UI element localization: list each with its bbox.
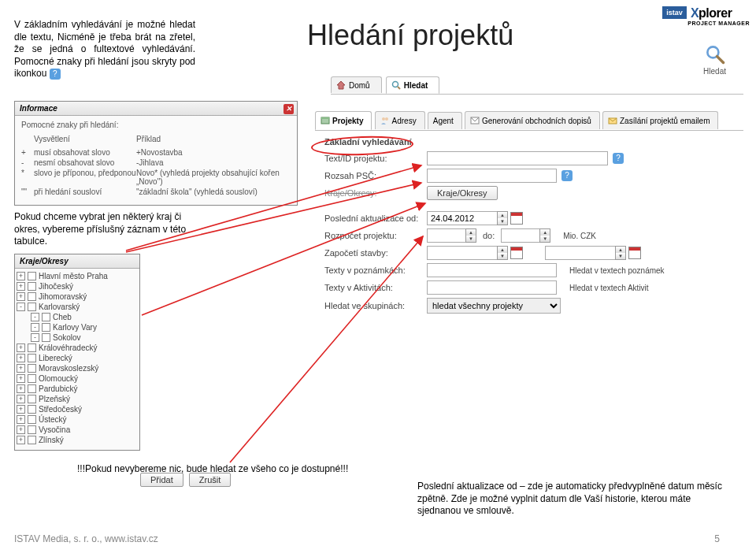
tree-checkbox[interactable] bbox=[42, 313, 50, 321]
tab-projekty[interactable]: Projekty bbox=[315, 111, 372, 130]
tree-expand-icon[interactable]: + bbox=[17, 395, 25, 403]
help-icon[interactable]: ? bbox=[561, 170, 573, 181]
tree-checkbox[interactable] bbox=[28, 374, 36, 383]
email-icon bbox=[608, 116, 617, 125]
inner-tabs: Projekty Adresy Agent Generování obchodn… bbox=[315, 110, 743, 131]
tree-expand-icon[interactable]: - bbox=[31, 323, 39, 332]
tree-item[interactable]: -Sokolov bbox=[17, 332, 138, 343]
help-icon[interactable]: ? bbox=[613, 153, 624, 164]
tree-checkbox[interactable] bbox=[28, 303, 36, 311]
tree-expand-icon[interactable]: - bbox=[31, 333, 39, 342]
input-text-id[interactable] bbox=[427, 151, 608, 165]
tree-expand-icon[interactable]: + bbox=[17, 292, 25, 301]
tree-item[interactable]: +Jihomoravský bbox=[17, 291, 138, 302]
tree-item[interactable]: +Pardubický bbox=[17, 384, 138, 394]
info-sym: + bbox=[21, 148, 34, 157]
calendar-icon[interactable] bbox=[510, 247, 523, 259]
tab-adresy[interactable]: Adresy bbox=[375, 111, 425, 129]
tab-domu[interactable]: Domů bbox=[331, 76, 382, 93]
tree-expand-icon[interactable]: + bbox=[17, 364, 25, 373]
info-col1: Vysvětlení bbox=[34, 135, 136, 143]
date-spinner[interactable]: ▲▼ bbox=[497, 211, 508, 225]
info-sym: "" bbox=[21, 188, 34, 196]
tree-checkbox[interactable] bbox=[28, 292, 36, 301]
tree-checkbox[interactable] bbox=[28, 436, 36, 444]
tab-zasilani[interactable]: Zasílání projektů emailem bbox=[602, 111, 719, 129]
info-col2: Příklad bbox=[136, 135, 291, 143]
tree-item[interactable]: +Ústecký bbox=[17, 414, 138, 425]
tree-expand-icon[interactable]: - bbox=[17, 303, 25, 311]
number-spinner[interactable]: ▲▼ bbox=[539, 228, 550, 243]
info-subtitle: Pomocné znaky při hledání: bbox=[21, 121, 291, 129]
tree-checkbox[interactable] bbox=[28, 354, 36, 362]
tree-item[interactable]: -Karlovarský bbox=[17, 302, 138, 312]
date-spinner[interactable]: ▲▼ bbox=[497, 246, 508, 260]
tree-expand-icon[interactable]: + bbox=[17, 272, 25, 280]
tree-label: Moravskoslezský bbox=[39, 363, 98, 373]
btn-zrusit[interactable]: Zrušit bbox=[189, 473, 232, 487]
addresses-icon bbox=[380, 116, 390, 125]
tree-item[interactable]: -Karlovy Vary bbox=[17, 322, 138, 332]
calendar-icon[interactable] bbox=[628, 247, 641, 259]
tree-checkbox[interactable] bbox=[42, 333, 50, 342]
page-title: Hledání projektů bbox=[307, 19, 513, 52]
tree-item[interactable]: +Hlavní město Praha bbox=[17, 271, 138, 281]
quick-search[interactable]: Hledat bbox=[703, 43, 726, 76]
tree-expand-icon[interactable]: + bbox=[17, 425, 25, 434]
tree-expand-icon[interactable]: + bbox=[17, 405, 25, 414]
tree-expand-icon[interactable]: + bbox=[17, 415, 25, 424]
tree-item[interactable]: -Cheb bbox=[17, 312, 138, 322]
tab-agent[interactable]: Agent bbox=[428, 112, 462, 129]
tree-checkbox[interactable] bbox=[28, 384, 36, 393]
input-rozsah-psc[interactable] bbox=[427, 169, 557, 183]
tree-checkbox[interactable] bbox=[28, 364, 36, 373]
tree-expand-icon[interactable]: - bbox=[31, 313, 39, 321]
tree-item[interactable]: +Vysočina bbox=[17, 425, 138, 435]
tree-expand-icon[interactable]: + bbox=[17, 384, 25, 393]
date-spinner[interactable]: ▲▼ bbox=[615, 246, 626, 260]
tree-checkbox[interactable] bbox=[28, 395, 36, 403]
input-rozpocet-od[interactable] bbox=[427, 228, 466, 243]
tree-item[interactable]: +Liberecký bbox=[17, 353, 138, 363]
calendar-icon[interactable] bbox=[510, 212, 523, 225]
tree-checkbox[interactable] bbox=[28, 282, 36, 291]
tree-checkbox[interactable] bbox=[28, 272, 36, 280]
product-name: Xplorer bbox=[691, 6, 732, 20]
info-panel: Informace ✕ Pomocné znaky při hledání: V… bbox=[14, 101, 298, 206]
input-texty-poznamky[interactable] bbox=[427, 263, 557, 277]
input-zapoceti-od[interactable] bbox=[427, 246, 498, 260]
tree-item[interactable]: +Moravskoslezský bbox=[17, 363, 138, 373]
tree-item[interactable]: +Středočeský bbox=[17, 404, 138, 414]
tree-expand-icon[interactable]: + bbox=[17, 343, 25, 352]
tree-checkbox[interactable] bbox=[28, 405, 36, 414]
tree-item[interactable]: +Olomoucký bbox=[17, 373, 138, 384]
tree-item[interactable]: +Zlínský bbox=[17, 435, 138, 445]
tree-item[interactable]: +Jihočeský bbox=[17, 281, 138, 291]
input-zapoceti-do[interactable] bbox=[545, 246, 616, 260]
tree-checkbox[interactable] bbox=[42, 323, 50, 332]
tree-expand-icon[interactable]: + bbox=[17, 282, 25, 291]
info-panel-close[interactable]: ✕ bbox=[284, 104, 294, 114]
tree-item[interactable]: +Plzeňský bbox=[17, 394, 138, 404]
input-posledni-akt[interactable] bbox=[427, 211, 498, 225]
btn-pridat[interactable]: Přidat bbox=[140, 473, 183, 487]
tab-generovani[interactable]: Generování obchodních dopisů bbox=[465, 111, 600, 129]
btn-kraje-okresy[interactable]: Kraje/Okresy bbox=[427, 186, 498, 200]
tree-checkbox[interactable] bbox=[28, 343, 36, 352]
tree-expand-icon[interactable]: + bbox=[17, 374, 25, 383]
input-rozpocet-do[interactable] bbox=[501, 228, 540, 243]
number-spinner[interactable]: ▲▼ bbox=[465, 228, 476, 243]
info-example: +Novostavba bbox=[136, 148, 291, 157]
tree-checkbox[interactable] bbox=[28, 415, 36, 424]
tree-expand-icon[interactable]: + bbox=[17, 436, 25, 444]
tree-expand-icon[interactable]: + bbox=[17, 354, 25, 362]
tree-label: Pardubický bbox=[39, 384, 77, 394]
select-skupiny[interactable]: hledat všechny projekty bbox=[427, 298, 561, 314]
tree-label: Zlínský bbox=[39, 435, 64, 445]
tree-label: Středočeský bbox=[39, 404, 82, 414]
tab-hledat[interactable]: Hledat bbox=[386, 76, 440, 94]
tree-checkbox[interactable] bbox=[28, 425, 36, 434]
tree-label: Vysočina bbox=[39, 425, 70, 435]
input-texty-aktivity[interactable] bbox=[427, 280, 557, 295]
tree-item[interactable]: +Královéhradecký bbox=[17, 343, 138, 353]
